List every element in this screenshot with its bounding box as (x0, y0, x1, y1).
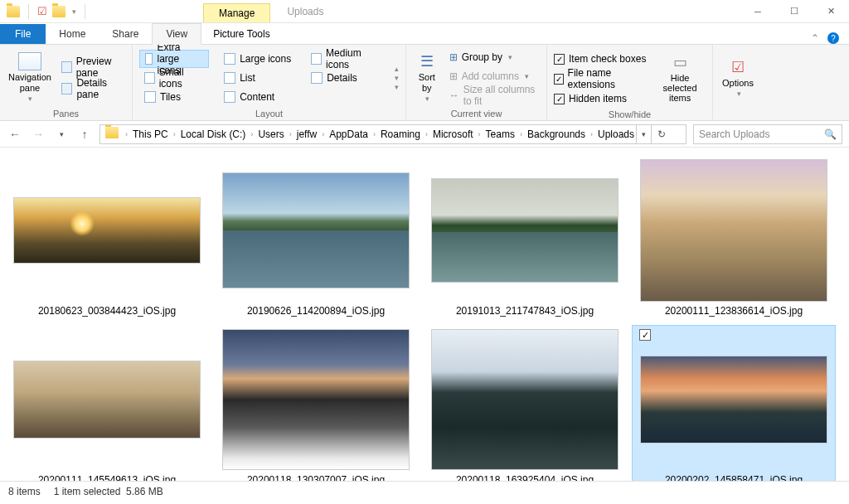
chevron-down-icon[interactable]: ▾ (72, 7, 76, 16)
chevron-right-icon[interactable]: › (247, 130, 256, 138)
file-item[interactable]: 20190626_114200894_iOS.jpg (214, 156, 418, 320)
tab-picture-tools[interactable]: Picture Tools (201, 24, 281, 44)
collapse-ribbon-icon[interactable]: ⌃ (811, 32, 819, 44)
breadcrumb-dropdown[interactable]: ▾ (636, 125, 651, 143)
breadcrumb-segment[interactable]: Microsoft (431, 128, 475, 140)
search-icon: 🔍 (824, 128, 837, 140)
image-thumbnail (640, 159, 827, 302)
address-bar: ← → ▾ ↑ › This PC›Local Disk (C:)›Users›… (0, 121, 849, 148)
item-checkbox[interactable]: ✓ (639, 329, 651, 341)
details-button[interactable]: Details (306, 69, 386, 87)
back-button[interactable]: ← (7, 128, 23, 141)
close-button[interactable]: ✕ (813, 0, 849, 23)
medium-icons-button[interactable]: Medium icons (306, 50, 386, 68)
add-columns-label: Add columns (462, 70, 519, 82)
file-item[interactable]: 20200118_163925404_iOS.jpg (423, 325, 627, 481)
group-by-button[interactable]: ⊞Group by▾ (446, 48, 540, 66)
breadcrumb-segment[interactable]: Uploads (596, 128, 636, 140)
thumbnail-wrap (429, 159, 620, 302)
chevron-down-icon: ▾ (28, 94, 32, 103)
image-thumbnail (13, 197, 201, 264)
checkbox-label: File name extensions (568, 67, 650, 90)
details-icon (311, 72, 323, 84)
up-button[interactable]: ↑ (76, 128, 93, 141)
ribbon-group-panes: Navigation pane ▾ Preview pane Details p… (0, 45, 133, 120)
group-label: Current view (413, 107, 540, 119)
list-icon (224, 72, 235, 84)
breadcrumb-segment[interactable]: Users (256, 128, 285, 140)
search-input[interactable]: Search Uploads 🔍 (693, 124, 842, 144)
thumbnail-wrap (12, 328, 202, 471)
title-bar: ☑ ▾ Manage Uploads ─ ☐ ✕ (0, 0, 849, 23)
details-pane-button[interactable]: Details pane (58, 80, 125, 98)
chevron-right-icon[interactable]: › (318, 130, 327, 138)
open-folder-icon[interactable] (52, 6, 65, 17)
file-item[interactable]: ✓20200202_145858471_iOS.jpg (632, 325, 836, 481)
expand-icon[interactable]: ▾ (395, 83, 399, 91)
small-icons-button[interactable]: Small icons (139, 69, 209, 87)
breadcrumb-segment[interactable]: Teams (484, 128, 517, 140)
chevron-right-icon[interactable]: › (422, 130, 431, 138)
group-label: Show/hide (554, 108, 706, 119)
breadcrumb-segment[interactable]: Roaming (379, 128, 422, 140)
checkbox-icon: ✓ (554, 74, 564, 85)
hide-selected-button[interactable]: ▭ Hide selected items (654, 48, 706, 108)
chevron-right-icon[interactable]: › (122, 130, 131, 138)
item-check-boxes-checkbox[interactable]: ✓Item check boxes (554, 50, 649, 68)
list-button[interactable]: List (219, 69, 296, 87)
chevron-down-icon: ▾ (737, 90, 741, 98)
properties-icon[interactable]: ☑ (37, 5, 47, 17)
chevron-right-icon[interactable]: › (475, 130, 484, 138)
content-button[interactable]: Content (219, 88, 296, 106)
options-button[interactable]: ☑ Options ▾ (720, 48, 756, 107)
sort-by-button[interactable]: ☰ Sort by ▾ (413, 48, 441, 107)
chevron-right-icon[interactable]: › (517, 130, 526, 138)
extra-large-icons-button[interactable]: Extra large icons (139, 50, 209, 68)
navigation-pane-button[interactable]: Navigation pane ▾ (7, 48, 53, 107)
chevron-right-icon[interactable]: › (286, 130, 295, 138)
chevron-right-icon[interactable]: › (587, 130, 596, 138)
breadcrumb-segment[interactable]: This PC (131, 128, 170, 140)
file-item[interactable]: 20200111_145549613_iOS.jpg (5, 325, 209, 481)
scroll-down-icon[interactable]: ▾ (395, 74, 399, 82)
breadcrumb-segment[interactable]: Backgrounds (526, 128, 587, 140)
breadcrumb-segment[interactable]: AppData (327, 128, 370, 140)
file-extensions-checkbox[interactable]: ✓File name extensions (554, 70, 649, 88)
file-list[interactable]: 20180623_003844423_iOS.jpg20190626_11420… (0, 148, 849, 481)
image-thumbnail (640, 356, 827, 443)
recent-dropdown[interactable]: ▾ (53, 130, 70, 138)
file-item[interactable]: 20180623_003844423_iOS.jpg (5, 156, 209, 320)
tiles-icon (144, 91, 156, 103)
chevron-right-icon[interactable]: › (370, 130, 379, 138)
minimize-button[interactable]: ─ (740, 0, 776, 23)
tab-file[interactable]: File (0, 24, 46, 44)
tab-home[interactable]: Home (46, 24, 99, 44)
chevron-right-icon[interactable]: › (170, 130, 179, 138)
divider (28, 4, 29, 19)
breadcrumb[interactable]: › This PC›Local Disk (C:)›Users›jeffw›Ap… (99, 124, 686, 144)
scroll-up-icon[interactable]: ▴ (395, 65, 399, 73)
maximize-button[interactable]: ☐ (776, 0, 813, 23)
layout-label: Large icons (240, 53, 291, 65)
group-label (720, 107, 756, 119)
checkbox-label: Item check boxes (569, 53, 646, 65)
breadcrumb-segment[interactable]: jeffw (295, 128, 318, 140)
refresh-button[interactable]: ↻ (651, 125, 671, 143)
breadcrumb-segment[interactable]: Local Disk (C:) (179, 128, 248, 140)
ribbon-group-current-view: ☰ Sort by ▾ ⊞Group by▾ ⊞Add columns▾ ↔Si… (406, 45, 547, 120)
file-item[interactable]: 20200111_123836614_iOS.jpg (632, 156, 836, 320)
hidden-items-checkbox[interactable]: ✓Hidden items (554, 90, 649, 108)
preview-pane-button[interactable]: Preview pane (58, 58, 125, 76)
file-item[interactable]: 20191013_211747843_iOS.jpg (423, 156, 627, 320)
tiles-button[interactable]: Tiles (139, 88, 209, 106)
file-item[interactable]: 20200118_130307007_iOS.jpg (214, 325, 418, 481)
tab-share[interactable]: Share (99, 24, 152, 44)
preview-pane-label: Preview pane (76, 56, 122, 79)
thumbnail-wrap (12, 159, 202, 302)
help-icon[interactable]: ? (827, 32, 839, 44)
chevron-down-icon: ▾ (508, 53, 512, 61)
tab-view[interactable]: View (152, 23, 201, 45)
layout-label: Details (327, 72, 357, 84)
manage-contextual-tab[interactable]: Manage (203, 3, 270, 22)
large-icons-button[interactable]: Large icons (219, 50, 296, 68)
